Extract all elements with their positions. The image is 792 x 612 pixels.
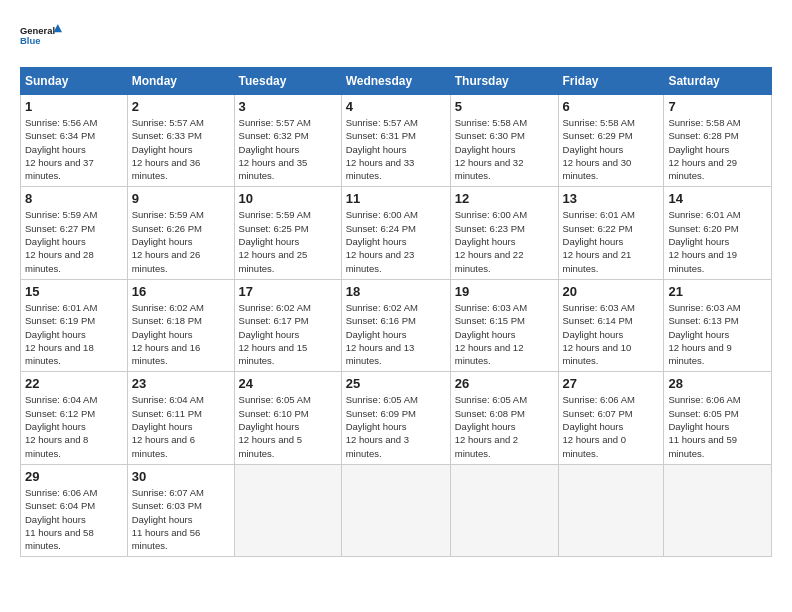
day-cell-26: 26 Sunrise: 6:05 AMSunset: 6:08 PMDaylig…	[450, 372, 558, 464]
day-number: 27	[563, 376, 660, 391]
day-number: 5	[455, 99, 554, 114]
header: General Blue	[20, 15, 772, 57]
header-cell-friday: Friday	[558, 68, 664, 95]
empty-cell	[558, 464, 664, 556]
day-cell-30: 30 Sunrise: 6:07 AMSunset: 6:03 PMDaylig…	[127, 464, 234, 556]
day-cell-22: 22 Sunrise: 6:04 AMSunset: 6:12 PMDaylig…	[21, 372, 128, 464]
day-info: Sunrise: 5:59 AMSunset: 6:26 PMDaylight …	[132, 209, 204, 273]
header-cell-sunday: Sunday	[21, 68, 128, 95]
day-info: Sunrise: 6:01 AMSunset: 6:20 PMDaylight …	[668, 209, 740, 273]
day-info: Sunrise: 6:04 AMSunset: 6:12 PMDaylight …	[25, 394, 97, 458]
day-number: 28	[668, 376, 767, 391]
day-cell-21: 21 Sunrise: 6:03 AMSunset: 6:13 PMDaylig…	[664, 279, 772, 371]
day-number: 12	[455, 191, 554, 206]
day-number: 3	[239, 99, 337, 114]
day-info: Sunrise: 6:06 AMSunset: 6:04 PMDaylight …	[25, 487, 97, 551]
day-info: Sunrise: 6:03 AMSunset: 6:15 PMDaylight …	[455, 302, 527, 366]
day-info: Sunrise: 5:58 AMSunset: 6:30 PMDaylight …	[455, 117, 527, 181]
day-info: Sunrise: 5:59 AMSunset: 6:27 PMDaylight …	[25, 209, 97, 273]
day-info: Sunrise: 6:03 AMSunset: 6:13 PMDaylight …	[668, 302, 740, 366]
day-cell-3: 3 Sunrise: 5:57 AMSunset: 6:32 PMDayligh…	[234, 95, 341, 187]
day-info: Sunrise: 5:57 AMSunset: 6:31 PMDaylight …	[346, 117, 418, 181]
day-info: Sunrise: 6:03 AMSunset: 6:14 PMDaylight …	[563, 302, 635, 366]
day-number: 30	[132, 469, 230, 484]
day-number: 29	[25, 469, 123, 484]
day-number: 7	[668, 99, 767, 114]
header-cell-saturday: Saturday	[664, 68, 772, 95]
day-info: Sunrise: 6:01 AMSunset: 6:22 PMDaylight …	[563, 209, 635, 273]
logo-svg: General Blue	[20, 15, 62, 57]
day-number: 20	[563, 284, 660, 299]
day-info: Sunrise: 6:05 AMSunset: 6:09 PMDaylight …	[346, 394, 418, 458]
day-cell-16: 16 Sunrise: 6:02 AMSunset: 6:18 PMDaylig…	[127, 279, 234, 371]
day-number: 4	[346, 99, 446, 114]
day-number: 21	[668, 284, 767, 299]
day-number: 11	[346, 191, 446, 206]
day-number: 23	[132, 376, 230, 391]
day-info: Sunrise: 6:06 AMSunset: 6:07 PMDaylight …	[563, 394, 635, 458]
day-cell-14: 14 Sunrise: 6:01 AMSunset: 6:20 PMDaylig…	[664, 187, 772, 279]
day-cell-5: 5 Sunrise: 5:58 AMSunset: 6:30 PMDayligh…	[450, 95, 558, 187]
day-cell-24: 24 Sunrise: 6:05 AMSunset: 6:10 PMDaylig…	[234, 372, 341, 464]
day-info: Sunrise: 6:06 AMSunset: 6:05 PMDaylight …	[668, 394, 740, 458]
day-cell-6: 6 Sunrise: 5:58 AMSunset: 6:29 PMDayligh…	[558, 95, 664, 187]
day-number: 26	[455, 376, 554, 391]
day-info: Sunrise: 5:57 AMSunset: 6:33 PMDaylight …	[132, 117, 204, 181]
day-info: Sunrise: 6:07 AMSunset: 6:03 PMDaylight …	[132, 487, 204, 551]
day-info: Sunrise: 5:58 AMSunset: 6:29 PMDaylight …	[563, 117, 635, 181]
header-cell-thursday: Thursday	[450, 68, 558, 95]
day-number: 10	[239, 191, 337, 206]
day-number: 6	[563, 99, 660, 114]
calendar-table: SundayMondayTuesdayWednesdayThursdayFrid…	[20, 67, 772, 557]
empty-cell	[234, 464, 341, 556]
day-number: 1	[25, 99, 123, 114]
header-row: SundayMondayTuesdayWednesdayThursdayFrid…	[21, 68, 772, 95]
day-number: 14	[668, 191, 767, 206]
day-cell-8: 8 Sunrise: 5:59 AMSunset: 6:27 PMDayligh…	[21, 187, 128, 279]
day-info: Sunrise: 6:05 AMSunset: 6:08 PMDaylight …	[455, 394, 527, 458]
empty-cell	[450, 464, 558, 556]
day-cell-2: 2 Sunrise: 5:57 AMSunset: 6:33 PMDayligh…	[127, 95, 234, 187]
day-cell-17: 17 Sunrise: 6:02 AMSunset: 6:17 PMDaylig…	[234, 279, 341, 371]
day-number: 25	[346, 376, 446, 391]
day-cell-27: 27 Sunrise: 6:06 AMSunset: 6:07 PMDaylig…	[558, 372, 664, 464]
day-cell-11: 11 Sunrise: 6:00 AMSunset: 6:24 PMDaylig…	[341, 187, 450, 279]
day-cell-10: 10 Sunrise: 5:59 AMSunset: 6:25 PMDaylig…	[234, 187, 341, 279]
week-row-4: 22 Sunrise: 6:04 AMSunset: 6:12 PMDaylig…	[21, 372, 772, 464]
day-cell-13: 13 Sunrise: 6:01 AMSunset: 6:22 PMDaylig…	[558, 187, 664, 279]
day-info: Sunrise: 6:04 AMSunset: 6:11 PMDaylight …	[132, 394, 204, 458]
day-info: Sunrise: 6:00 AMSunset: 6:23 PMDaylight …	[455, 209, 527, 273]
day-number: 16	[132, 284, 230, 299]
day-number: 8	[25, 191, 123, 206]
empty-cell	[664, 464, 772, 556]
day-cell-20: 20 Sunrise: 6:03 AMSunset: 6:14 PMDaylig…	[558, 279, 664, 371]
day-number: 15	[25, 284, 123, 299]
header-cell-monday: Monday	[127, 68, 234, 95]
week-row-2: 8 Sunrise: 5:59 AMSunset: 6:27 PMDayligh…	[21, 187, 772, 279]
day-cell-18: 18 Sunrise: 6:02 AMSunset: 6:16 PMDaylig…	[341, 279, 450, 371]
day-info: Sunrise: 6:02 AMSunset: 6:16 PMDaylight …	[346, 302, 418, 366]
day-info: Sunrise: 5:57 AMSunset: 6:32 PMDaylight …	[239, 117, 311, 181]
day-number: 18	[346, 284, 446, 299]
empty-cell	[341, 464, 450, 556]
day-cell-15: 15 Sunrise: 6:01 AMSunset: 6:19 PMDaylig…	[21, 279, 128, 371]
day-info: Sunrise: 6:00 AMSunset: 6:24 PMDaylight …	[346, 209, 418, 273]
day-cell-23: 23 Sunrise: 6:04 AMSunset: 6:11 PMDaylig…	[127, 372, 234, 464]
header-cell-tuesday: Tuesday	[234, 68, 341, 95]
day-number: 17	[239, 284, 337, 299]
day-number: 24	[239, 376, 337, 391]
day-cell-29: 29 Sunrise: 6:06 AMSunset: 6:04 PMDaylig…	[21, 464, 128, 556]
day-info: Sunrise: 6:02 AMSunset: 6:18 PMDaylight …	[132, 302, 204, 366]
day-cell-9: 9 Sunrise: 5:59 AMSunset: 6:26 PMDayligh…	[127, 187, 234, 279]
day-info: Sunrise: 6:01 AMSunset: 6:19 PMDaylight …	[25, 302, 97, 366]
day-cell-19: 19 Sunrise: 6:03 AMSunset: 6:15 PMDaylig…	[450, 279, 558, 371]
day-info: Sunrise: 5:59 AMSunset: 6:25 PMDaylight …	[239, 209, 311, 273]
week-row-1: 1 Sunrise: 5:56 AMSunset: 6:34 PMDayligh…	[21, 95, 772, 187]
day-cell-12: 12 Sunrise: 6:00 AMSunset: 6:23 PMDaylig…	[450, 187, 558, 279]
page: General Blue SundayMondayTuesdayWednesda…	[0, 0, 792, 567]
logo: General Blue	[20, 15, 62, 57]
day-info: Sunrise: 6:02 AMSunset: 6:17 PMDaylight …	[239, 302, 311, 366]
day-number: 22	[25, 376, 123, 391]
week-row-3: 15 Sunrise: 6:01 AMSunset: 6:19 PMDaylig…	[21, 279, 772, 371]
day-cell-25: 25 Sunrise: 6:05 AMSunset: 6:09 PMDaylig…	[341, 372, 450, 464]
